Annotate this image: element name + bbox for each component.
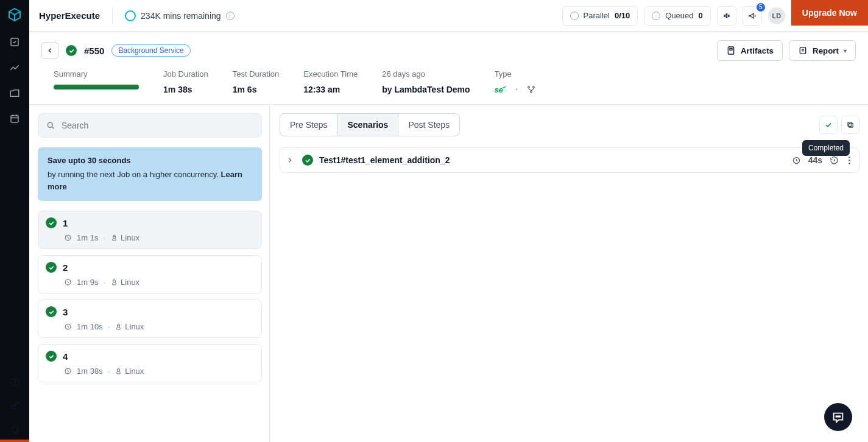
- tab-pre-steps[interactable]: Pre Steps: [280, 114, 337, 136]
- svg-rect-11: [728, 15, 729, 16]
- parallel-value: 0/10: [615, 11, 630, 20]
- job-type-tag: Background Service: [111, 44, 190, 57]
- settings-icon[interactable]: [10, 424, 20, 435]
- svg-rect-10: [726, 13, 727, 18]
- svg-rect-39: [848, 122, 852, 126]
- task-duration: 1m 1s: [77, 233, 98, 242]
- tip-title: Save upto 30 seconds: [48, 156, 252, 165]
- task-duration: 1m 9s: [77, 278, 98, 287]
- report-label: Report: [813, 46, 839, 55]
- parallel-label: Parallel: [584, 11, 610, 20]
- nav-item-2-icon[interactable]: [9, 62, 20, 73]
- linux-icon: Linux: [115, 367, 144, 376]
- svg-point-33: [119, 325, 119, 326]
- task-item[interactable]: 2 1m 9s · Linux: [38, 255, 262, 293]
- status-filter-button[interactable]: [819, 116, 838, 134]
- notif-badge: 5: [757, 3, 765, 12]
- task-os: Linux: [121, 233, 139, 242]
- nav-item-1-icon[interactable]: [9, 37, 20, 47]
- minutes-remaining: 234K mins remaining i: [125, 10, 235, 21]
- nav-item-4-icon[interactable]: [9, 113, 20, 124]
- task-os: Linux: [125, 322, 144, 331]
- task-number: 4: [63, 351, 68, 362]
- job-status-check-icon: [66, 45, 77, 56]
- clock-icon: [64, 234, 72, 242]
- task-status-check-icon: [46, 217, 57, 228]
- svg-rect-38: [849, 124, 853, 127]
- svg-point-27: [113, 279, 115, 282]
- exec-time-label: Execution Time: [303, 69, 358, 79]
- svg-point-41: [836, 416, 837, 417]
- svg-point-31: [118, 324, 120, 327]
- report-button[interactable]: Report ▾: [789, 40, 856, 61]
- task-item[interactable]: 3 1m 10s · Linux: [38, 300, 262, 338]
- status-tooltip: Completed: [802, 140, 850, 156]
- queued-status-icon: [652, 12, 660, 20]
- task-duration: 1m 38s: [77, 367, 103, 376]
- scenario-panel: Pre Steps Scenarios Post Steps Completed: [270, 105, 868, 442]
- metrics-row: Summary Job Duration 1m 38s Test Duratio…: [29, 61, 868, 105]
- svg-rect-9: [724, 15, 725, 16]
- tasks-panel: Save upto 30 seconds by running the next…: [29, 105, 270, 442]
- avatar[interactable]: LD: [768, 7, 785, 24]
- parallel-chip[interactable]: Parallel 0/10: [562, 6, 638, 26]
- svg-marker-8: [12, 426, 18, 433]
- task-list: 1 1m 1s · Linux 2 1m 9s · Linux 3: [38, 211, 262, 382]
- queued-value: 0: [699, 11, 703, 20]
- key-icon[interactable]: [10, 401, 20, 411]
- svg-point-42: [838, 416, 839, 417]
- tab-post-steps[interactable]: Post Steps: [398, 114, 459, 136]
- tab-scenarios[interactable]: Scenarios: [337, 114, 398, 136]
- task-item[interactable]: 1 1m 1s · Linux: [38, 211, 262, 249]
- help-icon[interactable]: [10, 377, 20, 387]
- search-input[interactable]: [62, 121, 254, 130]
- info-icon[interactable]: i: [226, 12, 235, 20]
- task-status-check-icon: [46, 306, 57, 317]
- svg-rect-13: [730, 49, 732, 51]
- copy-button[interactable]: [841, 116, 859, 134]
- svg-point-18: [533, 86, 535, 88]
- test-row[interactable]: Test1#test1_element_addition_2 44s: [280, 147, 859, 173]
- task-number: 3: [63, 307, 68, 317]
- dot-separator: ·: [108, 322, 110, 331]
- svg-point-24: [113, 236, 114, 237]
- parallel-status-icon: [570, 12, 579, 20]
- task-item[interactable]: 4 1m 38s · Linux: [38, 344, 262, 382]
- task-os: Linux: [125, 367, 144, 376]
- when-label: 26 days ago: [382, 69, 470, 79]
- sound-icon[interactable]: [717, 6, 736, 26]
- svg-point-25: [115, 236, 115, 237]
- nav-item-3-icon[interactable]: [9, 88, 20, 99]
- left-nav-rail: [0, 0, 29, 442]
- type-label: Type: [495, 69, 536, 79]
- svg-point-23: [113, 235, 115, 238]
- upgrade-button[interactable]: Upgrade Now: [791, 0, 868, 26]
- chat-fab[interactable]: [824, 403, 852, 431]
- job-duration-label: Job Duration: [163, 69, 208, 79]
- history-icon[interactable]: [830, 156, 839, 165]
- svg-point-17: [528, 86, 530, 88]
- back-button[interactable]: [41, 42, 58, 59]
- git-branch-icon: [526, 85, 536, 94]
- queued-label: Queued: [665, 11, 693, 20]
- test-duration-value: 1m 6s: [233, 85, 280, 94]
- divider: [112, 7, 113, 24]
- announcement-icon[interactable]: 5: [743, 6, 762, 26]
- logo-icon[interactable]: [7, 7, 22, 22]
- task-number: 2: [63, 262, 68, 273]
- dot-separator: ·: [108, 367, 110, 376]
- artifacts-button[interactable]: Artifacts: [717, 40, 783, 61]
- search-box[interactable]: [38, 113, 262, 138]
- queued-chip[interactable]: Queued 0: [644, 6, 711, 26]
- test-name: Test1#test1_element_addition_2: [319, 155, 450, 165]
- svg-point-19: [531, 91, 532, 93]
- expand-icon[interactable]: [286, 156, 296, 164]
- test-duration-label: Test Duration: [233, 69, 280, 79]
- exec-time-value: 12:33 am: [303, 85, 358, 94]
- summary-bar: [54, 85, 139, 89]
- search-icon: [46, 121, 55, 130]
- task-duration: 1m 10s: [77, 322, 103, 331]
- brand-title: HyperExecute: [39, 10, 100, 21]
- clock-icon: [64, 323, 72, 331]
- minutes-text: 234K mins remaining: [141, 11, 221, 21]
